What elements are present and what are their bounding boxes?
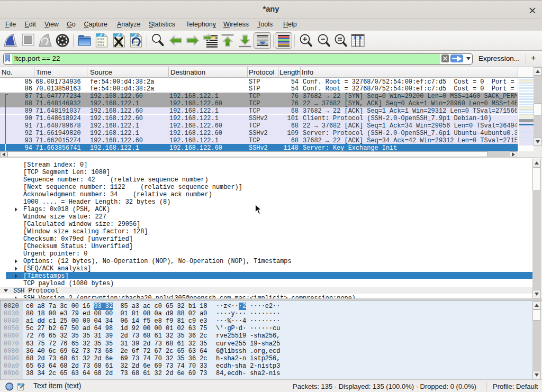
svg-text:0111: 0111 xyxy=(97,44,104,47)
